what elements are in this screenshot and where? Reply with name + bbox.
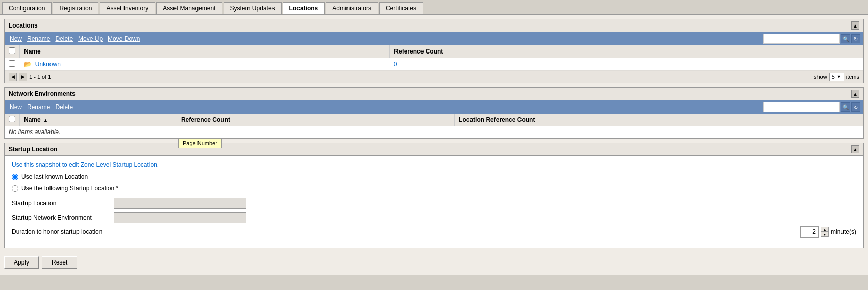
sort-arrow-icon: ▲ [43, 118, 48, 123]
table-row: 📂 Unknown 0 [5, 58, 863, 71]
network-environments-collapse-btn[interactable]: ▲ [851, 90, 859, 98]
locations-refcount-header: Reference Count [390, 45, 863, 58]
network-environments-title: Network Environments [9, 90, 76, 97]
locations-items-label: items [846, 74, 859, 80]
locations-row-checkbox-cell [5, 58, 20, 71]
tab-certificates[interactable]: Certificates [379, 2, 423, 14]
locations-search-group: 🔍 ↻ [763, 34, 860, 44]
tab-asset-management[interactable]: Asset Management [156, 2, 222, 14]
bottom-actions: Apply Reset [4, 252, 864, 271]
reset-button[interactable]: Reset [42, 256, 77, 269]
duration-decrement-btn[interactable]: ▼ [821, 232, 829, 237]
duration-spinner: ▲ ▼ [821, 227, 829, 237]
locations-row-name-cell: 📂 Unknown [20, 58, 390, 71]
locations-next-page-btn[interactable]: ▶ [19, 73, 27, 81]
top-nav: Configuration Registration Asset Invento… [0, 0, 868, 15]
tab-locations[interactable]: Locations [283, 2, 325, 14]
startup-location-collapse-btn[interactable]: ▲ [851, 145, 859, 153]
network-env-search-group: 🔍 ↻ [763, 102, 860, 112]
locations-show-label: show [814, 74, 827, 80]
locations-select-all-header [5, 45, 20, 58]
network-env-search-icon[interactable]: 🔍 [841, 102, 850, 112]
tab-registration[interactable]: Registration [53, 2, 98, 14]
duration-value-input[interactable]: 2 [800, 226, 819, 238]
network-env-name-header: Name ▲ [20, 114, 177, 126]
duration-input-group: 2 ▲ ▼ minute(s) [800, 226, 856, 238]
startup-network-env-label: Startup Network Environment [12, 214, 114, 221]
locations-prev-page-btn[interactable]: ◀ [9, 73, 17, 81]
locations-row-name-link[interactable]: Unknown [35, 61, 61, 68]
main-content: Locations ▲ New Rename Delete Move Up Mo… [0, 15, 868, 275]
locations-row-refcount-link[interactable]: 0 [394, 61, 398, 68]
network-env-no-items: No items available. [5, 126, 863, 138]
network-environments-table: Name ▲ Reference Count Location Referenc… [5, 114, 863, 138]
radio-use-following-input[interactable] [12, 185, 18, 192]
startup-location-title: Startup Location [9, 146, 57, 153]
locations-page-controls: ◀ ▶ 1 - 1 of 1 [9, 73, 51, 81]
startup-body: Use this snapshot to edit Zone Level Sta… [5, 156, 863, 248]
radio-use-last-known[interactable]: Use last known Location [12, 173, 856, 180]
locations-row-refcount-cell: 0 [390, 58, 863, 71]
radio-use-following-label: Use the following Startup Location * [21, 184, 118, 192]
tab-configuration[interactable]: Configuration [2, 2, 52, 14]
startup-location-row: Startup Location [12, 198, 856, 209]
locations-rename-btn[interactable]: Rename [25, 34, 52, 43]
tab-asset-inventory[interactable]: Asset Inventory [100, 2, 155, 14]
startup-location-input[interactable] [114, 198, 246, 209]
locations-section-header: Locations ▲ [5, 19, 863, 32]
network-env-refcount-header: Reference Count [177, 114, 454, 126]
locations-show-control: show 5 ▼ items [814, 73, 859, 81]
startup-location-label: Startup Location [12, 200, 114, 207]
network-environments-toolbar: New Rename Delete 🔍 ↻ [5, 100, 863, 114]
locations-search-icon[interactable]: 🔍 [841, 34, 850, 43]
network-env-search-input[interactable] [763, 102, 840, 112]
radio-group: Use last known Location Use the followin… [12, 173, 856, 192]
network-env-select-all-header [5, 114, 20, 126]
network-env-refresh-icon[interactable]: ↻ [851, 102, 860, 112]
locations-row-checkbox[interactable] [9, 60, 15, 67]
locations-panel: Locations ▲ New Rename Delete Move Up Mo… [4, 19, 864, 83]
tab-administrators[interactable]: Administrators [326, 2, 378, 14]
network-environments-header: Network Environments ▲ [5, 88, 863, 100]
startup-network-env-input[interactable] [114, 212, 246, 223]
locations-pagination: ◀ ▶ 1 - 1 of 1 show 5 ▼ items [5, 71, 863, 83]
apply-button[interactable]: Apply [4, 256, 39, 269]
locations-name-header: Name [20, 45, 390, 58]
locations-move-up-btn[interactable]: Move Up [76, 34, 105, 43]
locations-show-select[interactable]: 5 ▼ [829, 73, 844, 81]
show-select-arrow: ▼ [837, 74, 841, 80]
duration-label: Duration to honor startup location [12, 228, 800, 235]
startup-hint: Use this snapshot to edit Zone Level Sta… [12, 161, 856, 168]
table-row: No items available. [5, 126, 863, 138]
locations-delete-btn[interactable]: Delete [53, 34, 75, 43]
locations-select-all-checkbox[interactable] [9, 47, 15, 54]
tab-system-updates[interactable]: System Updates [224, 2, 282, 14]
duration-row: Duration to honor startup location 2 ▲ ▼… [12, 226, 856, 238]
locations-new-btn[interactable]: New [8, 34, 24, 43]
radio-use-last-known-label: Use last known Location [21, 173, 88, 180]
startup-network-env-row: Startup Network Environment [12, 212, 856, 223]
locations-page-info: 1 - 1 of 1 [29, 74, 51, 80]
locations-search-input[interactable] [763, 34, 840, 44]
network-env-location-refcount-header: Location Reference Count [455, 114, 863, 126]
locations-move-down-btn[interactable]: Move Down [106, 34, 142, 43]
duration-unit: minute(s) [831, 228, 856, 235]
page-number-tooltip: Page Number [178, 138, 222, 148]
duration-increment-btn[interactable]: ▲ [821, 227, 829, 232]
network-env-delete-btn[interactable]: Delete [53, 102, 75, 112]
startup-location-header: Startup Location ▲ [5, 143, 863, 156]
locations-toolbar: New Rename Delete Move Up Move Down 🔍 ↻ [5, 32, 863, 45]
radio-use-last-known-input[interactable] [12, 174, 18, 180]
startup-body-wrapper: Page Number Use this snapshot to edit Zo… [5, 156, 863, 248]
network-environments-panel: Network Environments ▲ New Rename Delete… [4, 87, 864, 139]
network-env-rename-btn[interactable]: Rename [25, 102, 52, 112]
locations-title: Locations [9, 22, 38, 29]
startup-location-panel: Startup Location ▲ Page Number Use this … [4, 143, 864, 248]
locations-collapse-btn[interactable]: ▲ [851, 21, 859, 30]
locations-refresh-icon[interactable]: ↻ [851, 34, 860, 43]
radio-use-following[interactable]: Use the following Startup Location * [12, 184, 856, 192]
locations-table: Name Reference Count 📂 Unknown 0 [5, 45, 863, 71]
network-env-select-all-checkbox[interactable] [9, 116, 15, 122]
network-env-new-btn[interactable]: New [8, 102, 24, 112]
